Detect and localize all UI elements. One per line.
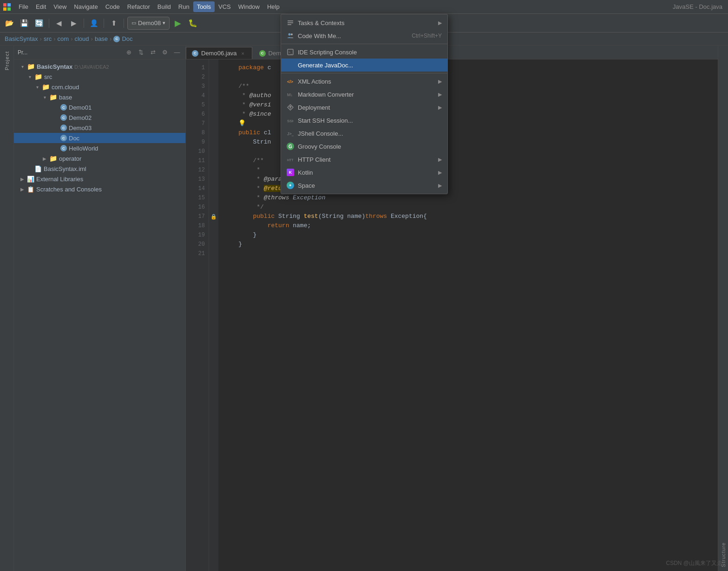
tree-item-basicsyntax[interactable]: ▾ 📁 BasicSyntax D:\JAVA\IDEA2 [14, 61, 185, 72]
menu-vcs[interactable]: VCS [215, 1, 235, 12]
tab-demo01[interactable]: C Demo01.java × [253, 47, 320, 59]
tree-item-ext-libs[interactable]: ▶ 📊 External Libraries [14, 174, 185, 184]
menu-build[interactable]: Build [154, 1, 175, 12]
breadcrumb-cloud[interactable]: cloud [74, 35, 89, 42]
gutter-bulb-7[interactable] [209, 100, 218, 110]
save-btn[interactable]: 💾 [18, 17, 31, 30]
code-line-19: } [224, 230, 712, 240]
tree-arrow-scratches: ▶ [20, 187, 25, 192]
breadcrumb-src[interactable]: src [44, 35, 52, 42]
tree-item-src[interactable]: ▾ 📁 src [14, 72, 185, 82]
menu-refactor[interactable]: Refactor [124, 1, 154, 12]
sync-btn[interactable]: 🔄 [33, 17, 46, 30]
gutter-fold-11[interactable] [209, 138, 218, 147]
menu-tools[interactable]: Tools [193, 1, 215, 12]
run-btn[interactable]: ▶ [171, 17, 184, 30]
vcs-update-btn[interactable]: ⬆ [107, 17, 120, 30]
menu-help[interactable]: Help [263, 1, 283, 12]
code-line-11: /** [224, 156, 712, 165]
profile-btn[interactable]: 👤 [87, 17, 100, 30]
tree-item-iml[interactable]: ▶ 📄 BasicSyntax.iml [14, 164, 185, 174]
open-folder-btn[interactable]: 📂 [3, 17, 16, 30]
toolbar: 📂 💾 🔄 ◀ ▶ 👤 ⬆ ▭ Demo08 ▾ ▶ 🐛 [0, 14, 728, 33]
watermark: CSDN @山風来了又走 [666, 559, 722, 567]
menu-navigate[interactable]: Navigate [70, 1, 101, 12]
svg-rect-2 [3, 7, 7, 11]
breadcrumb: BasicSyntax › src › com › cloud › base ›… [0, 33, 728, 46]
tree-label-basicsyntax: BasicSyntax D:\JAVA\IDEA2 [37, 63, 109, 70]
debug-btn[interactable]: 🐛 [186, 17, 199, 30]
folder-icon-base: 📁 [49, 93, 57, 101]
tree-item-com-cloud[interactable]: ▾ 📁 com.cloud [14, 82, 185, 92]
gutter-empty-5 [209, 82, 218, 91]
tree-item-demo02[interactable]: ▶ C Demo02 [14, 112, 185, 123]
code-line-18: return name; [224, 221, 712, 230]
tree-item-demo01[interactable]: ▶ C Demo01 [14, 102, 185, 112]
panel-settings-btn[interactable]: ⚙ [160, 48, 170, 57]
tree-arrow-src: ▾ [27, 74, 33, 79]
tab-label-demo01: Demo01.java [269, 50, 304, 57]
tab-d[interactable]: C D... [320, 47, 351, 59]
breadcrumb-sep5: › [110, 35, 111, 42]
tab-demo06[interactable]: C Demo06.java × [186, 47, 252, 59]
tab-close-demo01[interactable]: × [307, 50, 313, 57]
gutter-empty-16 [209, 184, 218, 193]
tree-item-helloworld[interactable]: ▶ C HelloWorld [14, 143, 185, 153]
menu-file[interactable]: File [15, 1, 32, 12]
menu-code[interactable]: Code [102, 1, 124, 12]
forward-btn[interactable]: ▶ [67, 17, 80, 30]
run-config-dropdown[interactable]: ▭ Demo08 ▾ [127, 17, 170, 30]
gutter-fold-8[interactable] [209, 110, 218, 119]
editor-area: C Demo06.java × C Demo01.java × C D... 1… [186, 46, 718, 571]
tree-item-base[interactable]: ▾ 📁 base [14, 92, 185, 102]
tree-label-demo01: Demo01 [69, 104, 92, 111]
menu-window[interactable]: Window [235, 1, 263, 12]
tree-label-com-cloud: com.cloud [52, 84, 79, 91]
tree-item-scratches[interactable]: ▶ 📋 Scratches and Consoles [14, 184, 185, 194]
separator3 [104, 19, 104, 28]
panel-close-btn[interactable]: — [172, 48, 182, 57]
separator4 [124, 19, 124, 28]
breadcrumb-base[interactable]: base [95, 35, 108, 42]
project-tab-label[interactable]: Project [1, 47, 13, 74]
menu-view[interactable]: View [50, 1, 70, 12]
class-icon-demo01: C [60, 104, 67, 111]
gutter-fold-17[interactable] [209, 193, 218, 203]
menu-edit[interactable]: Edit [32, 1, 50, 12]
svg-rect-3 [7, 7, 11, 11]
code-editor[interactable]: package c /** * @autho * @versi * @since… [218, 59, 718, 571]
tab-close-demo06[interactable]: × [240, 50, 246, 57]
gutter-fold-3[interactable] [209, 63, 218, 72]
code-line-16: */ [224, 203, 712, 212]
gutter-empty-13 [209, 156, 218, 165]
code-line-20: } [224, 240, 712, 249]
class-icon-demo02: C [60, 114, 67, 121]
breadcrumb-project[interactable]: BasicSyntax [5, 35, 38, 42]
tree-arrow-basicsyntax: ▾ [20, 64, 25, 69]
tree-label-iml: BasicSyntax.iml [44, 165, 86, 172]
project-panel-title: Pr... [18, 49, 121, 56]
panel-sort2-btn[interactable]: ⇄ [148, 48, 157, 57]
tree-item-demo03[interactable]: ▶ C Demo03 [14, 123, 185, 133]
gutter-empty-12 [209, 147, 218, 156]
tree-arrow-com-cloud: ▾ [34, 85, 40, 90]
tree-label-doc: Doc [69, 135, 79, 142]
app-logo [2, 2, 12, 12]
code-line-17: public String test(String name)throws Ex… [224, 212, 712, 221]
panel-sort-btn[interactable]: ⇅ [136, 48, 145, 57]
tree-item-operator[interactable]: ▶ 📁 operator [14, 153, 185, 164]
code-line-8: public cl [224, 128, 712, 138]
current-file-label: JavaSE - Doc.java [673, 3, 726, 10]
breadcrumb-doc[interactable]: Doc [122, 35, 132, 42]
tree-label-base: base [59, 94, 72, 101]
panel-add-btn[interactable]: ⊕ [124, 48, 133, 57]
gutter-empty-4 [209, 72, 218, 82]
left-sidebar: Project [0, 46, 14, 571]
back-btn[interactable]: ◀ [52, 17, 66, 30]
tree-item-doc[interactable]: ▶ C Doc [14, 133, 185, 143]
menu-run[interactable]: Run [175, 1, 193, 12]
code-line-21 [224, 249, 712, 258]
editor-content: 12345 678910 1112131415 1617181920 21 [186, 59, 718, 571]
breadcrumb-com[interactable]: com [58, 35, 69, 42]
tree-arrow-ext-libs: ▶ [20, 177, 25, 182]
